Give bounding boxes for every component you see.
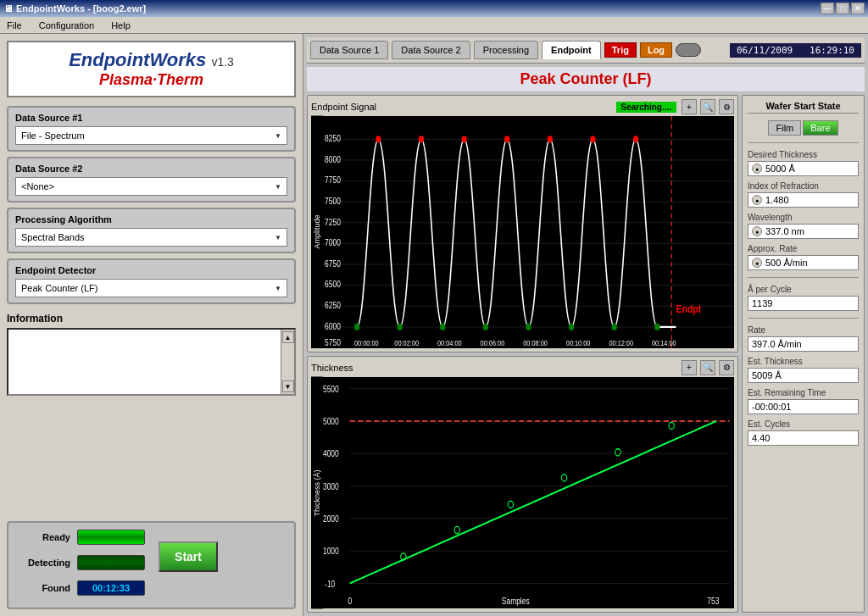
tab-data-source-1[interactable]: Data Source 1 xyxy=(310,41,388,59)
svg-point-63 xyxy=(454,526,459,533)
endpoint-chart-title-bar: Endpoint Signal Searching.... + 🔍 ⚙ xyxy=(311,99,734,114)
bare-button[interactable]: Bare xyxy=(803,120,837,136)
processing-algorithm-arrow: ▼ xyxy=(275,234,281,241)
tab-bar: Data Source 1 Data Source 2 Processing E… xyxy=(307,37,865,64)
tab-processing[interactable]: Processing xyxy=(474,41,538,59)
thickness-settings-icon[interactable]: ⚙ xyxy=(719,360,734,375)
trig-button[interactable]: Trig xyxy=(604,42,637,58)
divider-1 xyxy=(748,142,859,143)
svg-text:00:02:00: 00:02:00 xyxy=(394,338,419,347)
a-per-cycle-value: 1139 xyxy=(748,296,859,311)
approx-rate-value[interactable]: ● 500 Å/min xyxy=(748,255,859,270)
status-section: Ready Detecting Found 00:12:33 xyxy=(7,521,296,609)
scroll-down-button[interactable]: ▼ xyxy=(282,380,294,392)
endpoint-detector-box: Endpoint Detector Peak Counter (LF) ▼ xyxy=(7,258,296,304)
endpoint-chart-plot: 8250 8000 7750 7500 7250 7000 6750 6500 … xyxy=(323,116,734,348)
scroll-up-button[interactable]: ▲ xyxy=(282,331,294,343)
svg-point-67 xyxy=(669,422,674,429)
est-remaining-time-label: Est. Remaining Time xyxy=(748,388,859,397)
logo-version: v1.3 xyxy=(211,55,233,69)
svg-point-26 xyxy=(548,136,553,142)
film-button[interactable]: Film xyxy=(768,120,801,136)
data-source-1-select[interactable]: File - Spectrum ▼ xyxy=(15,126,287,145)
svg-point-22 xyxy=(376,136,381,142)
svg-text:Samples: Samples xyxy=(502,595,530,605)
info-scrollbar: ▲ ▼ xyxy=(281,330,294,394)
a-per-cycle-label: Å per Cycle xyxy=(748,285,859,294)
thickness-chart-body: Thickness (Å) xyxy=(311,377,734,609)
data-source-2-select[interactable]: <None> ▼ xyxy=(15,177,287,196)
log-button[interactable]: Log xyxy=(640,42,672,58)
detecting-label: Detecting xyxy=(15,558,70,568)
rate-value: 397.0 Å/min xyxy=(748,336,859,352)
menu-configuration[interactable]: Configuration xyxy=(36,19,97,32)
est-remaining-time-value: -00:00:01 xyxy=(748,399,859,414)
information-section: Information ▲ ▼ xyxy=(7,313,296,396)
found-label: Found xyxy=(15,583,70,593)
thickness-chart-svg: 5500 5000 4000 3000 2000 1000 -10 xyxy=(323,377,734,609)
thickness-zoom-in-icon[interactable]: + xyxy=(682,360,697,375)
wafer-start-state-title: Wafer Start State xyxy=(748,101,859,114)
menu-help[interactable]: Help xyxy=(108,19,134,32)
svg-text:753: 753 xyxy=(707,595,719,605)
a-per-cycle-text: 1139 xyxy=(752,298,772,308)
desired-thickness-value[interactable]: ● 5000 Å xyxy=(748,161,859,176)
menu-file[interactable]: File xyxy=(3,19,25,32)
ready-label: Ready xyxy=(15,532,70,542)
desired-thickness-spinner[interactable]: ● xyxy=(752,164,762,174)
index-refraction-text: 1.480 xyxy=(765,195,789,205)
thickness-chart-icons: + 🔍 ⚙ xyxy=(682,360,734,375)
chart-settings-icon[interactable]: ⚙ xyxy=(719,99,734,114)
data-source-1-box: Data Source #1 File - Spectrum ▼ xyxy=(7,106,296,152)
svg-point-31 xyxy=(440,324,445,330)
tab-endpoint[interactable]: Endpoint xyxy=(542,41,601,59)
svg-text:00:04:00: 00:04:00 xyxy=(437,338,462,347)
svg-text:00:00:00: 00:00:00 xyxy=(354,338,379,347)
svg-point-34 xyxy=(569,324,574,330)
svg-point-66 xyxy=(615,448,620,455)
title-bar-controls: — □ ✕ xyxy=(821,3,865,14)
data-source-1-value: File - Spectrum xyxy=(21,130,85,141)
title-bar-title: 🖥 EndpointWorks - [boog2.ewr] xyxy=(3,3,146,14)
endpoint-chart-icons: + 🔍 ⚙ xyxy=(682,99,734,114)
rate-row: Rate 397.0 Å/min xyxy=(748,325,859,352)
svg-point-30 xyxy=(398,324,403,330)
svg-point-35 xyxy=(612,324,617,330)
found-value: 00:12:33 xyxy=(92,583,130,593)
desired-thickness-row: Desired Thickness ● 5000 Å xyxy=(748,150,859,176)
approx-rate-spinner[interactable]: ● xyxy=(752,258,762,268)
logo-plasmaTherm: Plasma·Therm xyxy=(99,71,203,89)
endpoint-signal-chart-body: Amplitude xyxy=(311,116,734,348)
ready-row: Ready xyxy=(15,530,145,545)
logo-area: EndpointWorks v1.3 Plasma·Therm xyxy=(7,41,296,97)
wavelength-spinner[interactable]: ● xyxy=(752,226,762,236)
svg-text:4000: 4000 xyxy=(323,448,339,458)
start-button[interactable]: Start xyxy=(159,541,218,572)
endpoint-chart-svg: 8250 8000 7750 7500 7250 7000 6750 6500 … xyxy=(323,116,734,348)
zoom-out-icon[interactable]: 🔍 xyxy=(700,99,715,114)
thickness-y-axis-label: Thickness (Å) xyxy=(311,377,323,609)
processing-algorithm-label: Processing Algorithm xyxy=(15,214,287,225)
svg-text:00:06:00: 00:06:00 xyxy=(481,338,505,347)
log-toggle[interactable] xyxy=(676,43,701,57)
processing-algorithm-select[interactable]: Spectral Bands ▼ xyxy=(15,228,287,247)
restore-button[interactable]: □ xyxy=(836,3,849,14)
est-remaining-time-row: Est. Remaining Time -00:00:01 xyxy=(748,388,859,414)
data-source-2-value: <None> xyxy=(21,181,54,191)
endpoint-detector-select[interactable]: Peak Counter (LF) ▼ xyxy=(15,279,287,297)
index-refraction-value[interactable]: ● 1.480 xyxy=(748,192,859,208)
tab-data-source-2[interactable]: Data Source 2 xyxy=(392,41,470,59)
wavelength-value[interactable]: ● 337.0 nm xyxy=(748,224,859,239)
ready-led xyxy=(77,530,145,545)
data-source-2-box: Data Source #2 <None> ▼ xyxy=(7,157,296,203)
minimize-button[interactable]: — xyxy=(821,3,834,14)
endpoint-chart-title: Endpoint Signal xyxy=(311,102,376,112)
index-refraction-spinner[interactable]: ● xyxy=(752,195,762,205)
thickness-zoom-out-icon[interactable]: 🔍 xyxy=(700,360,715,375)
endpoint-detector-arrow: ▼ xyxy=(275,285,281,292)
close-button[interactable]: ✕ xyxy=(851,3,865,14)
index-refraction-label: Index of Refraction xyxy=(748,181,859,191)
svg-text:00:10:00: 00:10:00 xyxy=(566,338,591,347)
found-led: 00:12:33 xyxy=(77,580,145,596)
zoom-in-icon[interactable]: + xyxy=(682,99,697,114)
